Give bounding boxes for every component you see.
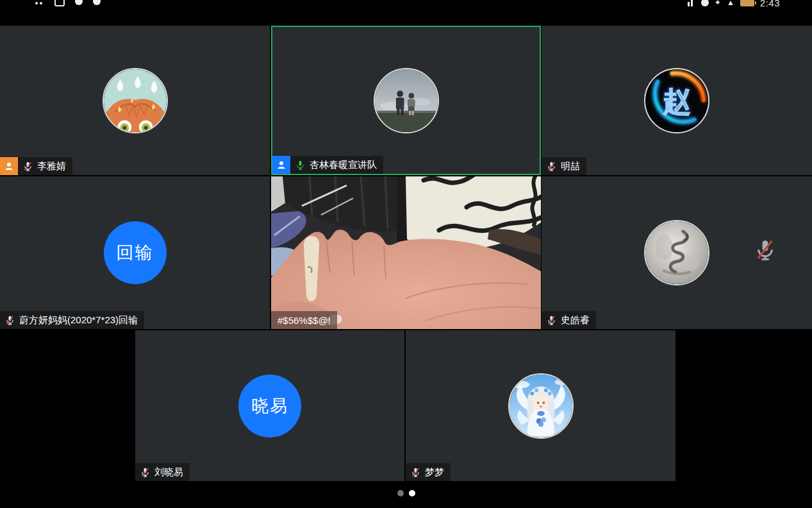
participant-name-bar: 李雅婧 xyxy=(0,157,72,175)
anime-raindrops-avatar-graphic xyxy=(104,69,167,132)
video-feed-graphic xyxy=(271,176,541,329)
participant-name: 蔚方妍妈妈(2020*7*23)回输 xyxy=(19,314,138,326)
role-badge xyxy=(0,157,18,175)
participant-tile[interactable]: 梦梦 xyxy=(406,330,675,481)
mic-muted-icon xyxy=(4,315,15,326)
participant-name: 李雅婧 xyxy=(37,160,66,173)
participant-avatar xyxy=(508,373,574,439)
participant-name-bar: 刘晓易 xyxy=(135,463,190,481)
screenshot-icon xyxy=(93,0,101,5)
mic-muted-icon xyxy=(546,315,557,326)
calligraphy-glyph: 赵 xyxy=(662,85,690,116)
participant-name: 杏林春暖宣讲队 xyxy=(310,159,377,171)
participant-tile[interactable]: 晓易 刘晓易 xyxy=(135,330,404,481)
participant-initials-avatar: 晓易 xyxy=(238,375,301,437)
participant-name: 梦梦 xyxy=(425,466,444,478)
page-dot-1[interactable] xyxy=(397,490,404,496)
participant-name: 明喆 xyxy=(561,160,580,173)
mic-muted-icon xyxy=(546,161,557,172)
participant-name-bar: 明喆 xyxy=(542,157,586,175)
pagination-dots xyxy=(0,490,812,496)
participant-avatar xyxy=(374,68,439,133)
role-badge xyxy=(272,156,290,174)
participant-name: 史皓睿 xyxy=(561,314,590,326)
participant-tile[interactable]: 回输 蔚方妍妈妈(2020*7*23)回输 xyxy=(0,176,270,329)
status-time: 2:43 xyxy=(760,0,780,7)
stone-texture-avatar-graphic xyxy=(645,221,708,284)
signal-icon xyxy=(688,0,695,6)
participant-tile[interactable]: 杏林春暖宣讲队 xyxy=(271,26,541,175)
participant-avatar: 赵 赵 xyxy=(644,68,709,133)
floating-window-icon xyxy=(54,0,65,6)
participant-name: #$56%$$@! xyxy=(278,315,331,326)
flame-calligraphy-avatar-graphic: 赵 赵 xyxy=(645,69,708,132)
video-feed xyxy=(271,176,541,329)
anime-angel-avatar-graphic xyxy=(510,375,572,437)
participant-name-bar: 蔚方妍妈妈(2020*7*23)回输 xyxy=(0,311,144,329)
participant-initials-avatar: 回输 xyxy=(104,221,167,284)
mic-active-icon xyxy=(295,160,306,171)
participant-name-bar: 梦梦 xyxy=(406,463,451,481)
participant-name-bar: #$56%$$@! xyxy=(271,311,337,329)
participant-name: 刘晓易 xyxy=(154,466,183,478)
battery-icon xyxy=(740,0,754,6)
person-icon xyxy=(276,159,287,171)
mic-muted-overlay-icon xyxy=(753,238,777,262)
participant-tile[interactable]: 史皓睿 xyxy=(542,176,812,329)
app-grid-icon xyxy=(35,0,44,5)
mic-muted-icon xyxy=(410,467,421,478)
status-right-icons: ✦ ▲ 2:43 xyxy=(688,0,780,7)
mic-muted-icon xyxy=(22,161,33,172)
meeting-screen: ✦ ▲ 2:43 xyxy=(0,0,812,508)
alarm-icon: ✦ xyxy=(715,0,721,7)
vpn-icon: ▲ xyxy=(727,0,734,7)
participant-tile[interactable]: 赵 赵 明喆 xyxy=(542,26,812,175)
record-icon xyxy=(75,0,83,5)
participant-tile[interactable]: 李雅婧 xyxy=(0,26,270,175)
participant-avatar xyxy=(644,220,709,285)
participant-name-bar: 史皓睿 xyxy=(542,311,596,329)
participant-name-bar: 杏林春暖宣讲队 xyxy=(272,156,383,174)
mic-muted-icon xyxy=(140,467,151,478)
page-dot-2-active[interactable] xyxy=(409,490,415,496)
status-dot-icon xyxy=(701,0,709,6)
participant-tile[interactable]: #$56%$$@! xyxy=(271,176,541,329)
person-icon xyxy=(3,160,15,172)
status-bar: ✦ ▲ 2:43 xyxy=(0,0,812,7)
photo-two-people-avatar-graphic xyxy=(375,69,438,132)
status-left-icons xyxy=(35,0,101,6)
participant-avatar xyxy=(103,68,168,133)
